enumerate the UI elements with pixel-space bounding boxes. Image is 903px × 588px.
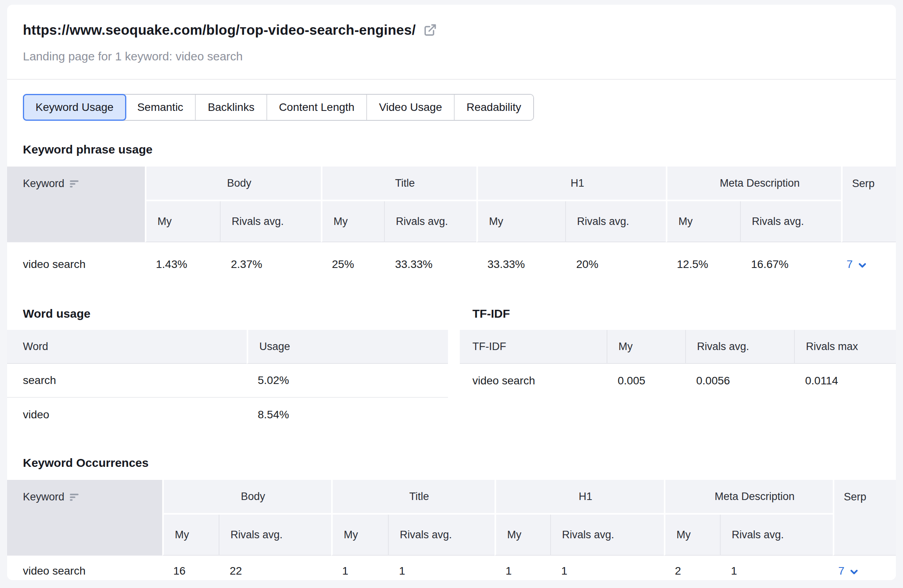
column-header-serp: Serp bbox=[841, 167, 896, 242]
column-header-usage: Usage bbox=[247, 330, 448, 364]
serp-count: 7 bbox=[847, 258, 853, 271]
landing-page-url-row: https://www.seoquake.com/blog/тop-video-… bbox=[23, 22, 880, 38]
column-header-my: My bbox=[607, 330, 685, 364]
tab-backlinks[interactable]: Backlinks bbox=[195, 95, 266, 120]
cell-word: video bbox=[7, 398, 247, 432]
cell-meta-my: 12.5% bbox=[666, 242, 740, 287]
cell-h1-my: 33.33% bbox=[476, 242, 565, 287]
chevron-down-icon bbox=[857, 260, 868, 271]
landing-page-subtitle: Landing page for 1 keyword: video search bbox=[23, 50, 880, 63]
tab-video-usage[interactable]: Video Usage bbox=[366, 95, 454, 120]
landing-page-url: https://www.seoquake.com/blog/тop-video-… bbox=[23, 22, 416, 38]
keyword-occurrences-heading: Keyword Occurrences bbox=[23, 456, 880, 470]
subheader-body-my: My bbox=[145, 201, 220, 242]
column-group-h1: H1 bbox=[495, 480, 664, 515]
tab-group: Keyword Usage Semantic Backlinks Content… bbox=[23, 94, 534, 121]
subheader-body-my: My bbox=[162, 515, 219, 556]
column-group-title: Title bbox=[321, 167, 476, 201]
tfidf-heading: TF-IDF bbox=[472, 307, 896, 320]
column-group-body: Body bbox=[162, 480, 331, 515]
column-header-rivals-max: Rivals max bbox=[794, 330, 896, 364]
column-group-title: Title bbox=[331, 480, 495, 515]
subheader-title-my: My bbox=[331, 515, 388, 556]
column-group-h1: H1 bbox=[476, 167, 666, 201]
column-header-rivals-avg: Rivals avg. bbox=[685, 330, 794, 364]
serp-expander[interactable]: 7 bbox=[847, 258, 868, 271]
cell-usage: 8.54% bbox=[247, 398, 448, 432]
keyword-occurrences-table: Keyword Body Title H1 Meta Description S… bbox=[7, 480, 896, 580]
cell-h1-rivals-avg: 20% bbox=[565, 242, 666, 287]
cell-body-rivals-avg: 22 bbox=[219, 556, 331, 580]
column-header-tfidf: TF-IDF bbox=[460, 330, 607, 364]
cell-meta-rivals-avg: 16.67% bbox=[740, 242, 841, 287]
subheader-body-rivals-avg: Rivals avg. bbox=[220, 201, 321, 242]
external-link-icon[interactable] bbox=[423, 23, 437, 37]
cell-word: search bbox=[7, 364, 247, 398]
subheader-meta-rivals-avg: Rivals avg. bbox=[740, 201, 841, 242]
cell-keyword: video search bbox=[7, 242, 145, 287]
column-header-keyword[interactable]: Keyword bbox=[7, 480, 162, 556]
cell-title-my: 25% bbox=[321, 242, 384, 287]
chevron-down-icon bbox=[849, 566, 860, 577]
subheader-h1-my: My bbox=[495, 515, 550, 556]
cell-usage: 5.02% bbox=[247, 364, 448, 398]
column-group-body: Body bbox=[145, 167, 321, 201]
report-tabs: Keyword Usage Semantic Backlinks Content… bbox=[23, 94, 880, 121]
keyword-column-label: Keyword bbox=[23, 178, 64, 190]
cell-body-my: 1.43% bbox=[145, 242, 220, 287]
cell-title-rivals-avg: 33.33% bbox=[384, 242, 476, 287]
tab-semantic[interactable]: Semantic bbox=[126, 95, 195, 120]
cell-body-rivals-avg: 2.37% bbox=[220, 242, 321, 287]
cell-h1-my: 1 bbox=[495, 556, 550, 580]
subheader-title-rivals-avg: Rivals avg. bbox=[388, 515, 495, 556]
tab-readability[interactable]: Readability bbox=[454, 95, 533, 120]
subheader-meta-rivals-avg: Rivals avg. bbox=[720, 515, 833, 556]
cell-body-my: 16 bbox=[162, 556, 219, 580]
cell-title-my: 1 bbox=[331, 556, 388, 580]
column-header-keyword[interactable]: Keyword bbox=[7, 167, 145, 242]
cell-tfidf-keyword: video search bbox=[460, 364, 607, 398]
subheader-h1-rivals-avg: Rivals avg. bbox=[550, 515, 664, 556]
report-card: https://www.seoquake.com/blog/тop-video-… bbox=[7, 5, 896, 580]
cell-h1-rivals-avg: 1 bbox=[550, 556, 664, 580]
table-row: video 8.54% bbox=[7, 398, 448, 432]
tab-content-length[interactable]: Content Length bbox=[266, 95, 367, 120]
table-row: video search 0.005 0.0056 0.0114 bbox=[460, 364, 896, 398]
subheader-body-rivals-avg: Rivals avg. bbox=[219, 515, 331, 556]
column-header-serp: Serp bbox=[833, 480, 896, 556]
tab-keyword-usage[interactable]: Keyword Usage bbox=[23, 94, 126, 121]
table-row: search 5.02% bbox=[7, 364, 448, 398]
cell-tfidf-my: 0.005 bbox=[607, 364, 685, 398]
cell-title-rivals-avg: 1 bbox=[388, 556, 495, 580]
sort-descending-icon[interactable] bbox=[70, 494, 79, 501]
serp-count: 7 bbox=[838, 565, 845, 577]
table-row: video search 16 22 1 1 1 1 2 1 7 bbox=[7, 556, 896, 580]
tfidf-column: TF-IDF TF-IDF My Rivals avg. Rivals max … bbox=[460, 307, 896, 432]
cell-keyword: video search bbox=[7, 556, 162, 580]
subheader-title-my: My bbox=[321, 201, 384, 242]
column-group-meta-description: Meta Description bbox=[664, 480, 833, 515]
cell-tfidf-rivals-max: 0.0114 bbox=[794, 364, 896, 398]
keyword-column-label: Keyword bbox=[23, 491, 64, 503]
column-group-meta-description: Meta Description bbox=[666, 167, 841, 201]
keyword-phrase-usage-heading: Keyword phrase usage bbox=[23, 143, 880, 156]
subheader-title-rivals-avg: Rivals avg. bbox=[384, 201, 476, 242]
subheader-h1-rivals-avg: Rivals avg. bbox=[565, 201, 666, 242]
keyword-phrase-usage-table: Keyword Body Title H1 Meta Description S… bbox=[7, 167, 896, 287]
word-usage-tfidf-section: Word usage Word Usage search 5.02% video bbox=[7, 307, 896, 432]
subheader-meta-my: My bbox=[666, 201, 740, 242]
cell-serp: 7 bbox=[841, 242, 896, 287]
cell-meta-rivals-avg: 1 bbox=[720, 556, 833, 580]
word-usage-heading: Word usage bbox=[23, 307, 448, 320]
sort-descending-icon[interactable] bbox=[70, 180, 79, 187]
subheader-meta-my: My bbox=[664, 515, 720, 556]
table-row: video search 1.43% 2.37% 25% 33.33% 33.3… bbox=[7, 242, 896, 287]
word-usage-table: Word Usage search 5.02% video 8.54% bbox=[7, 330, 448, 432]
column-header-word: Word bbox=[7, 330, 247, 364]
tfidf-table: TF-IDF My Rivals avg. Rivals max video s… bbox=[460, 330, 896, 398]
cell-tfidf-rivals-avg: 0.0056 bbox=[685, 364, 794, 398]
serp-expander[interactable]: 7 bbox=[838, 565, 860, 577]
subheader-h1-my: My bbox=[476, 201, 565, 242]
word-usage-column: Word usage Word Usage search 5.02% video bbox=[7, 307, 448, 432]
page-header: https://www.seoquake.com/blog/тop-video-… bbox=[7, 5, 896, 80]
